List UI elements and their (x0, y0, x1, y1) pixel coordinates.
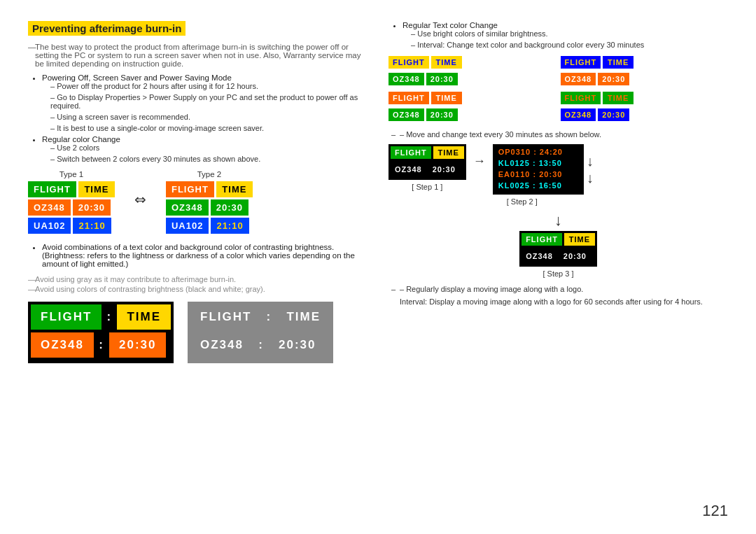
right-bullet-text: Regular Text color Change (402, 21, 498, 29)
type1-2110: 21:10 (73, 218, 111, 234)
scroll-line-4: KL0025 : 16:50 (496, 181, 581, 190)
black-colon1: : (104, 304, 115, 330)
color-board-4: FLIGHT TIME OZ348 20:30 (561, 92, 729, 123)
right-sub-1: Use bright colors of similar brightness. (411, 29, 728, 38)
cb3-flight: FLIGHT (388, 92, 429, 104)
type2-time: TIME (216, 181, 253, 197)
sub-item-1-1: Power off the product for 2 hours after … (50, 82, 368, 90)
down-arrow-1: ↓ (587, 153, 594, 169)
bottom-boards: FLIGHT : TIME OZ348 : 20:30 FLIGHT : TIM… (28, 302, 368, 363)
step1-time: TIME (433, 146, 464, 159)
sub-item-1-4: It is best to use a single-color or movi… (50, 124, 368, 132)
type1-row1: FLIGHT TIME (28, 181, 115, 197)
right-bullet-list: Regular Text color Change Use bright col… (388, 21, 728, 49)
step1-to-step2-arrow: → (473, 154, 486, 169)
black-board-row1: FLIGHT : TIME (31, 304, 171, 330)
type1-row2: OZ348 20:30 (28, 199, 115, 216)
cb4-row1: FLIGHT TIME (561, 92, 729, 104)
step1-row2: OZ348 20:30 (391, 163, 464, 176)
right-column: Regular Text color Change Use bright col… (388, 21, 728, 363)
scroll-line-3: EA0110 : 20:30 (496, 169, 581, 179)
step3-oz348: OZ348 (522, 250, 557, 262)
step3-2030: 20:30 (559, 250, 591, 262)
step3-row1: FLIGHT TIME (522, 233, 595, 246)
gray-oz348: OZ348 (190, 332, 253, 358)
right-sub-list: Use bright colors of similar brightness.… (402, 29, 728, 49)
type1-board: FLIGHT TIME OZ348 20:30 UA102 21:10 (28, 181, 115, 236)
cb1-time: TIME (431, 56, 462, 69)
type2-oz348: OZ348 (166, 199, 209, 216)
type2-row3: UA102 21:10 (166, 218, 253, 234)
cb3-row2: OZ348 20:30 (388, 108, 556, 121)
cb4-flight: FLIGHT (561, 92, 601, 104)
color-board-1: FLIGHT TIME OZ348 20:30 (388, 56, 556, 87)
step3-flight: FLIGHT (522, 233, 562, 246)
cb3-2030: 20:30 (426, 108, 458, 121)
color-boards-grid: FLIGHT TIME OZ348 20:30 FLIGHT TIME OZ34… (388, 56, 728, 123)
step1-oz348: OZ348 (391, 163, 426, 176)
cb3-time: TIME (431, 92, 462, 104)
section-title: Preventing afterimage burn-in (28, 21, 186, 36)
type2-col: Type 2 FLIGHT TIME OZ348 20:30 UA102 21:… (166, 170, 253, 236)
gray-time: TIME (276, 304, 330, 330)
intro-text: The best way to protect the product from… (28, 43, 368, 68)
type2-2030: 20:30 (211, 199, 248, 216)
step2-to-step3-arrow: ↓ (554, 211, 562, 230)
step2-scroll-board: OP0310 : 24:20 KL0125 : 13:50 EA0110 : 2… (493, 144, 584, 195)
step1-label: [ Step 1 ] (412, 183, 442, 191)
cb2-2030: 20:30 (598, 73, 629, 85)
gray-2030: 20:30 (269, 332, 326, 358)
cb2-row2: OZ348 20:30 (561, 73, 729, 85)
type2-flight: FLIGHT (166, 181, 214, 197)
bullet-item-1: Powering Off, Screen Saver and Power Sav… (42, 73, 368, 132)
step3-board: FLIGHT TIME OZ348 20:30 (519, 231, 597, 267)
sub-item-2-1: Use 2 colors (50, 143, 368, 152)
type2-board: FLIGHT TIME OZ348 20:30 UA102 21:10 (166, 181, 253, 236)
type1-flight: FLIGHT (28, 181, 76, 197)
black-colon2: : (96, 332, 107, 358)
move-note: – Move and change text every 30 minutes … (388, 130, 728, 139)
step2-container: OP0310 : 24:20 KL0125 : 13:50 EA0110 : 2… (493, 144, 594, 206)
sub-item-2-2: Switch between 2 colors every 30 minutes… (50, 155, 368, 163)
avoidance-note-3: Avoid using colors of contrasting bright… (28, 285, 368, 293)
type1-row3: UA102 21:10 (28, 218, 115, 234)
step1-container: FLIGHT TIME OZ348 20:30 [ Step 1 ] (388, 144, 466, 191)
gray-board: FLIGHT : TIME OZ348 : 20:30 (188, 302, 333, 363)
step3-time: TIME (564, 233, 595, 246)
step1-board: FLIGHT TIME OZ348 20:30 (388, 144, 466, 180)
type2-label: Type 2 (197, 170, 222, 178)
type1-label: Type 1 (59, 170, 84, 178)
right-bullet-1: Regular Text color Change Use bright col… (402, 21, 728, 49)
logo-sub: Interval: Display a moving image along w… (388, 297, 728, 306)
type1-time: TIME (78, 181, 115, 197)
steps-row: FLIGHT TIME OZ348 20:30 [ Step 1 ] → (388, 144, 728, 206)
left-column: Preventing afterimage burn-in The best w… (28, 21, 368, 363)
type1-col: Type 1 FLIGHT TIME OZ348 20:30 UA102 21:… (28, 170, 115, 236)
step3-label: [ Step 3 ] (542, 269, 573, 278)
black-oz348: OZ348 (31, 332, 94, 358)
avoidance-1: Avoid combinations of a text color and b… (42, 243, 368, 268)
cb3-oz348: OZ348 (388, 108, 424, 121)
black-2030: 20:30 (109, 332, 166, 358)
cb1-2030: 20:30 (426, 73, 458, 85)
avoidance-note-2: Avoid using gray as it may contribute to… (28, 275, 368, 283)
right-sub-2: Interval: Change text color and backgrou… (411, 41, 728, 49)
scroll-line-2: KL0125 : 13:50 (496, 158, 581, 168)
down-arrow-2: ↓ (587, 169, 594, 186)
color-board-2: FLIGHT TIME OZ348 20:30 (561, 56, 729, 87)
gray-colon2: : (255, 332, 267, 358)
cb2-oz348: OZ348 (561, 73, 596, 85)
type2-2110: 21:10 (211, 218, 248, 234)
bullet-item-2: Regular color Change Use 2 colors Switch… (42, 135, 368, 163)
main-bullet-list: Powering Off, Screen Saver and Power Sav… (28, 73, 368, 163)
logo-note: – Regularly display a moving image along… (388, 285, 728, 293)
gray-board-row1: FLIGHT : TIME (190, 304, 330, 330)
gray-flight: FLIGHT (190, 304, 261, 330)
gray-board-row2: OZ348 : 20:30 (190, 332, 330, 358)
cb1-row1: FLIGHT TIME (388, 56, 556, 69)
cb1-oz348: OZ348 (388, 73, 424, 85)
type1-ua102: UA102 (28, 218, 71, 234)
sub-list-2: Use 2 colors Switch between 2 colors eve… (42, 143, 368, 163)
scroll-line-1: OP0310 : 24:20 (496, 147, 581, 157)
cb2-time: TIME (603, 56, 634, 69)
